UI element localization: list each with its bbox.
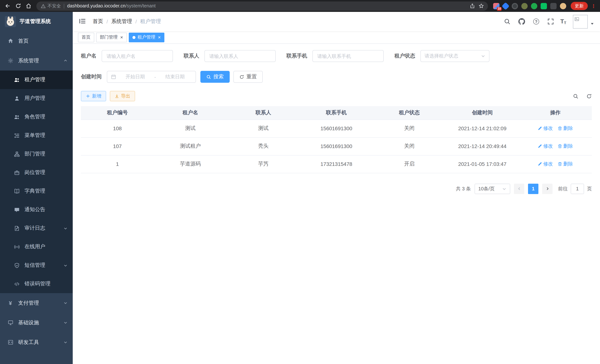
extension-icon[interactable]: 10 (493, 3, 499, 9)
status-select[interactable]: 请选择租户状态 (420, 50, 489, 62)
fullscreen-icon[interactable] (546, 17, 555, 26)
toggle-search-icon[interactable] (573, 93, 579, 99)
export-button[interactable]: 导出 (110, 91, 135, 101)
tab-1[interactable]: 部门管理× (96, 32, 127, 42)
breadcrumb-item-1[interactable]: 系统管理 (111, 18, 132, 25)
github-icon[interactable] (517, 17, 526, 26)
reset-button[interactable]: 重置 (233, 71, 263, 83)
hamburger-icon[interactable] (79, 18, 87, 26)
cell-name: 芋道源码 (154, 155, 227, 173)
font-size-icon[interactable]: TT (560, 18, 566, 25)
tab-2[interactable]: 租户管理× (129, 32, 164, 42)
update-button[interactable]: 更新 (571, 2, 588, 10)
page-size-select[interactable]: 10条/页 (475, 184, 510, 194)
omnibox-divider (64, 3, 64, 8)
sidebar-menu: 首页系统管理租户管理用户管理角色管理菜单管理部门管理岗位管理字典管理通知公告审计… (0, 31, 73, 364)
users-icon (14, 77, 20, 83)
sidebar-item-12[interactable]: 短信管理 (0, 256, 73, 275)
tab-0[interactable]: 首页 (78, 32, 94, 42)
share-icon[interactable] (468, 1, 477, 10)
status-label: 租户状态 (394, 53, 415, 59)
cell-actions: 修改删除 (519, 120, 592, 137)
cell-phone: 17321315478 (300, 155, 373, 173)
extension-icon[interactable] (502, 2, 509, 10)
refresh-icon[interactable] (586, 93, 592, 99)
delete-row-button[interactable]: 删除 (558, 143, 573, 149)
url-host: dashboard.yudao.iocoder.cn (67, 3, 125, 9)
reload-icon[interactable] (13, 1, 23, 11)
extension-icon[interactable] (531, 3, 537, 9)
sidebar-item-15[interactable]: 基础设施 (0, 313, 73, 332)
extension-icon[interactable] (541, 3, 547, 9)
sidebar-item-3[interactable]: 用户管理 (0, 89, 73, 108)
sidebar-item-11[interactable]: 在线用户 (0, 237, 73, 256)
sidebar-item-7[interactable]: 岗位管理 (0, 163, 73, 182)
sidebar-item-4[interactable]: 角色管理 (0, 108, 73, 126)
phone-input[interactable] (312, 50, 384, 62)
edit-row-button[interactable]: 修改 (538, 125, 553, 132)
sidebar-item-2[interactable]: 租户管理 (0, 71, 73, 89)
tenant-name-input[interactable] (102, 50, 173, 62)
edit-row-button[interactable]: 修改 (538, 143, 553, 149)
logo[interactable]: 芋道管理系统 (0, 12, 73, 31)
sidebar-item-13[interactable]: 错误码管理 (0, 275, 73, 293)
close-tab-icon[interactable]: × (158, 35, 161, 40)
prev-page-button[interactable] (514, 184, 524, 194)
breadcrumb-item-0[interactable]: 首页 (93, 18, 103, 25)
back-icon[interactable] (3, 1, 13, 11)
tab-label: 租户管理 (138, 34, 155, 40)
extension-icon[interactable] (512, 3, 518, 9)
delete-row-button[interactable]: 删除 (558, 161, 573, 167)
sidebar-item-9[interactable]: 通知公告 (0, 200, 73, 219)
cell-status: 开启 (373, 155, 446, 173)
sidebar-item-0[interactable]: 首页 (0, 31, 73, 51)
security-status[interactable]: 不安全 (41, 3, 61, 9)
delete-row-button[interactable]: 删除 (558, 125, 573, 132)
sidebar-item-16[interactable]: 研发工具 (0, 332, 73, 352)
date-range-picker[interactable]: 开始日期 - 结束日期 (107, 71, 196, 83)
pagination: 共 3 条 10条/页 1 前往 页 (81, 184, 592, 194)
close-tab-icon[interactable]: × (120, 35, 123, 40)
gear-icon (7, 58, 13, 64)
column-header: 租户编号 (81, 106, 154, 120)
contact-label: 联系人 (184, 53, 199, 59)
url-path: /system/tenant (125, 3, 156, 9)
search-button[interactable]: 搜索 (200, 71, 230, 83)
bookmark-star-icon[interactable] (477, 1, 486, 10)
cell-name: 测试 (154, 120, 227, 137)
sidebar-item-6[interactable]: 部门管理 (0, 145, 73, 163)
sidebar-item-5[interactable]: 菜单管理 (0, 126, 73, 145)
next-page-button[interactable] (542, 184, 553, 194)
sidebar-item-1[interactable]: 系统管理 (0, 51, 73, 71)
chevron-down-icon (502, 187, 506, 191)
edit-icon (538, 144, 542, 149)
goto-page-input[interactable] (571, 184, 584, 194)
search-icon[interactable] (502, 17, 512, 26)
sidebar-item-8[interactable]: 字典管理 (0, 182, 73, 200)
app-title: 芋道管理系统 (20, 18, 51, 25)
avatar[interactable] (573, 15, 588, 28)
contact-input[interactable] (205, 50, 276, 62)
sidebar: 芋道管理系统 首页系统管理租户管理用户管理角色管理菜单管理部门管理岗位管理字典管… (0, 12, 73, 364)
add-button[interactable]: 新增 (81, 91, 106, 101)
puzzle-extension-icon[interactable] (550, 3, 557, 9)
address-bar[interactable]: 不安全 dashboard.yudao.iocoder.cn/system/te… (36, 1, 488, 10)
browser-menu-icon[interactable]: ⋮ (591, 3, 596, 9)
sidebar-item-label: 部门管理 (25, 151, 45, 157)
table-header-row: 租户编号租户名联系人联系手机租户状态创建时间操作 (81, 106, 592, 120)
sms-icon (14, 262, 20, 268)
extension-icon[interactable] (521, 3, 528, 9)
edit-row-button[interactable]: 修改 (538, 161, 553, 167)
help-icon[interactable]: ? (531, 17, 541, 26)
sidebar-item-10[interactable]: 审计日志 (0, 219, 73, 237)
profile-avatar-icon[interactable] (560, 3, 566, 9)
home-icon (7, 38, 13, 44)
table-toolbar: 新增 导出 (81, 91, 592, 101)
tool-icon (7, 339, 13, 345)
breadcrumb: 首页/系统管理/租户管理 (93, 18, 161, 25)
page-number-1[interactable]: 1 (528, 184, 538, 194)
caret-down-icon[interactable] (590, 20, 594, 27)
date-separator: - (154, 74, 156, 80)
sidebar-item-14[interactable]: ¥支付管理 (0, 293, 73, 313)
home-icon[interactable] (24, 1, 33, 11)
